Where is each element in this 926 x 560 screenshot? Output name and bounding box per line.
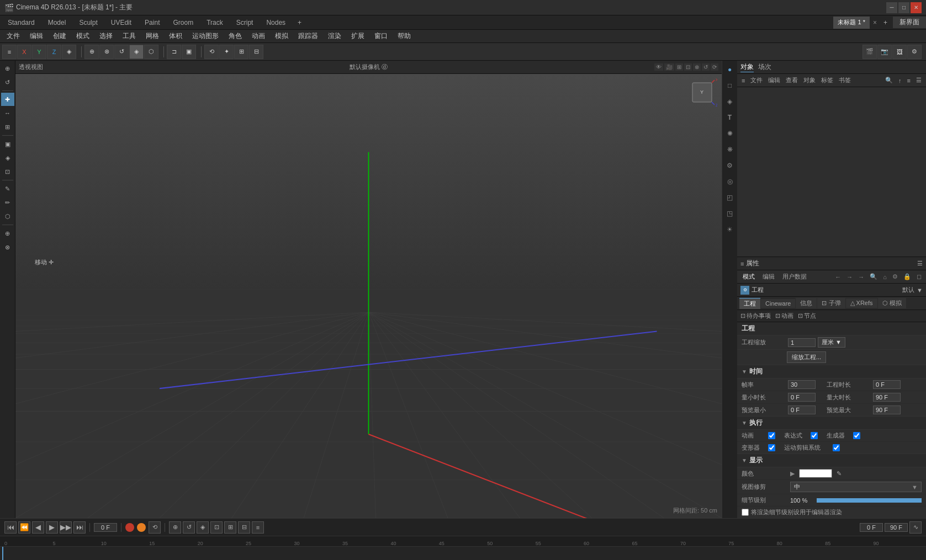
toolbar-coord-y[interactable]: Y — [32, 45, 46, 59]
prop-menu-icon[interactable]: ≡ — [740, 260, 744, 267]
ri-btn-text[interactable]: T — [723, 110, 737, 125]
viewport-ctrl-cam[interactable]: 🎥 — [664, 63, 674, 71]
viewport-ctrl-option2[interactable]: ↺ — [702, 63, 710, 71]
pc-btn-play[interactable]: ▶ — [46, 521, 58, 534]
pc-icon-key6[interactable]: ⊟ — [238, 521, 250, 534]
subtab-todo[interactable]: ⊡待办事项 — [740, 312, 771, 320]
menu-select[interactable]: 选择 — [95, 30, 117, 42]
section-time-header[interactable]: ▼ 时间 — [737, 365, 926, 378]
prop-default-dropdown[interactable]: ▼ — [917, 287, 923, 294]
prop-fps-value[interactable] — [788, 380, 816, 389]
pc-frame-value[interactable]: 0 F — [94, 523, 117, 532]
toolbar-btn-render1[interactable]: 🎬 — [862, 45, 877, 59]
prop-color-picker-icon[interactable]: ✎ — [837, 470, 842, 477]
pc-btn-start[interactable]: ⏮ — [4, 521, 17, 534]
viewport-camera[interactable]: 默认摄像机 ⓓ — [350, 63, 388, 71]
prop-expr-check[interactable] — [811, 432, 818, 439]
viewport-ctrl-filter[interactable]: ⊡ — [684, 63, 692, 71]
prop-maxtime-value[interactable] — [873, 393, 901, 402]
add-doc-tab-button[interactable]: + — [880, 19, 891, 26]
layout-tab-paint[interactable]: Paint — [139, 15, 165, 30]
prop-prevmax-value[interactable] — [873, 406, 901, 414]
toolbar-btn-obj3[interactable]: ↺ — [114, 45, 129, 59]
prop-editor-check[interactable] — [742, 509, 749, 516]
layout-tab-track[interactable]: Track — [201, 15, 229, 30]
layout-tab-nodes[interactable]: Nodes — [261, 15, 291, 30]
viewport-ctrl-option3[interactable]: ⟳ — [711, 63, 718, 71]
toolbar-btn-render4[interactable]: ⚙ — [907, 45, 922, 59]
ptool-home[interactable]: ⌂ — [881, 273, 889, 281]
ptool-box[interactable]: ◻ — [914, 273, 924, 281]
ltool-transform[interactable]: ⊞ — [1, 120, 14, 134]
menu-extend[interactable]: 扩展 — [347, 30, 369, 42]
prop-deform-check[interactable] — [768, 444, 775, 451]
pc-icon-record[interactable] — [125, 523, 134, 532]
menu-mesh[interactable]: 网格 — [141, 30, 163, 42]
menu-tools[interactable]: 工具 — [118, 30, 140, 42]
ri-btn-gear[interactable]: ⚙ — [723, 158, 737, 173]
viewport-ctrl-view[interactable]: ⊞ — [675, 63, 683, 71]
pc-btn-prev[interactable]: ◀ — [32, 521, 44, 534]
ptool-nav-fwd2[interactable]: → — [856, 273, 866, 281]
ltool-select-live[interactable]: ◈ — [1, 151, 14, 164]
obj-tab-scene[interactable]: 场次 — [758, 62, 771, 72]
ltool-view[interactable]: ⊕ — [1, 62, 14, 75]
doc-close-button[interactable]: × — [871, 19, 879, 26]
menu-create[interactable]: 创建 — [49, 30, 71, 42]
prop-duration-value[interactable] — [873, 380, 901, 389]
prop-color-swatch[interactable] — [799, 469, 832, 478]
pc-btn-end[interactable]: ⏭ — [73, 521, 86, 534]
prop-scale-unit[interactable]: 厘米 ▼ — [818, 337, 845, 348]
layout-tab-groom[interactable]: Groom — [167, 15, 199, 30]
toolbar-btn-view1[interactable]: ⊐ — [167, 45, 181, 59]
ptool-mode[interactable]: 模式 — [739, 272, 758, 281]
menu-animate[interactable]: 动画 — [247, 30, 269, 42]
menu-tracker[interactable]: 跟踪器 — [294, 30, 322, 42]
menu-window[interactable]: 窗口 — [370, 30, 392, 42]
ltool-sculpt[interactable]: ⬡ — [1, 210, 14, 223]
pc-btn-prev-key[interactable]: ⏪ — [18, 521, 30, 534]
toolbar-btn-render3[interactable]: 🖼 — [892, 45, 907, 59]
section-project-header[interactable]: 工程 — [737, 322, 926, 335]
omtool-list[interactable]: ☰ — [914, 76, 924, 84]
toolbar-coord-z[interactable]: Z — [47, 45, 61, 59]
omtool-filter[interactable]: ≡ — [905, 77, 913, 84]
pc-icon-auto[interactable] — [137, 523, 146, 532]
pc-icon-key2[interactable]: ↺ — [183, 521, 195, 534]
maximize-button[interactable]: □ — [898, 2, 909, 13]
pc-icon-key4[interactable]: ⊡ — [210, 521, 223, 534]
close-button[interactable]: ✕ — [911, 2, 922, 13]
ltool-extra2[interactable]: ⊗ — [1, 241, 14, 254]
proj-tab-cineware[interactable]: Cineware — [761, 299, 795, 308]
omtool-view[interactable]: 查看 — [784, 76, 800, 85]
ri-btn-sphere[interactable]: ● — [723, 62, 737, 77]
ri-btn-gem[interactable]: ◈ — [723, 94, 737, 109]
toolbar-btn-edit4[interactable]: ⊟ — [249, 45, 263, 59]
pc-icon-key7[interactable]: ≡ — [252, 521, 264, 534]
ri-btn-corner2[interactable]: ◳ — [723, 206, 737, 221]
ri-btn-light[interactable]: ☀ — [723, 222, 737, 237]
pc-icon-key3[interactable]: ◈ — [197, 521, 209, 534]
layout-tab-uvedit[interactable]: UVEdit — [105, 15, 137, 30]
toolbar-btn-mode[interactable]: ≡ — [2, 45, 17, 59]
viewport-ctrl-look[interactable]: 👁 — [654, 63, 663, 71]
toolbar-btn-edit3[interactable]: ⊞ — [234, 45, 248, 59]
toolbar-coord-x[interactable]: X — [17, 45, 31, 59]
layout-tab-standard[interactable]: Standard — [2, 15, 40, 30]
new-layout-tab-button[interactable]: + — [293, 18, 306, 28]
ri-btn-ring[interactable]: ◎ — [723, 174, 737, 189]
ptool-nav-back[interactable]: ← — [833, 273, 843, 281]
pc-icon-key1[interactable]: ⊕ — [169, 521, 181, 534]
toolbar-btn-obj5[interactable]: ⬡ — [144, 45, 158, 59]
toolbar-coord-icon[interactable]: ◈ — [62, 45, 76, 59]
prop-detail-slider[interactable] — [817, 498, 922, 503]
toolbar-btn-obj1[interactable]: ⊕ — [84, 45, 99, 59]
ri-btn-flower[interactable]: ❋ — [723, 142, 737, 157]
minimize-button[interactable]: ─ — [886, 2, 897, 13]
menu-help[interactable]: 帮助 — [393, 30, 415, 42]
toolbar-btn-edit2[interactable]: ✦ — [219, 45, 234, 59]
ltool-extra1[interactable]: ⊕ — [1, 227, 14, 240]
menu-mode[interactable]: 模式 — [72, 30, 94, 42]
pc-icon-key5[interactable]: ⊞ — [224, 521, 236, 534]
omtool-menu[interactable]: ≡ — [739, 77, 747, 84]
